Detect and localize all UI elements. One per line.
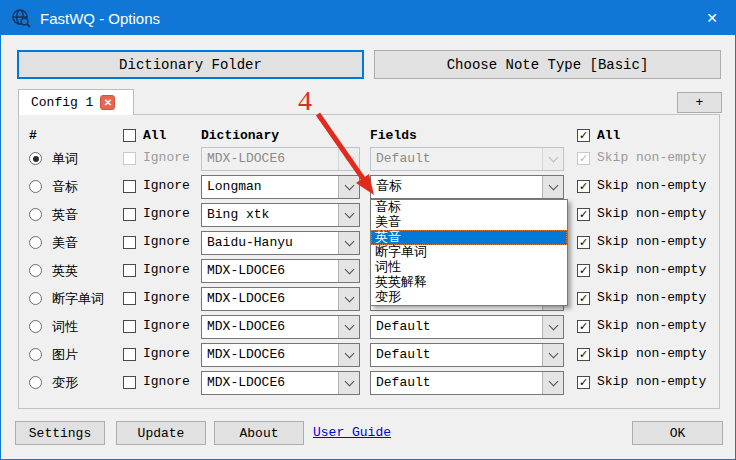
chevron-down-icon	[338, 232, 359, 254]
dropdown-item[interactable]: 断字单词	[371, 245, 567, 260]
dictionary-select[interactable]: MDX-LDOCE6	[201, 371, 360, 395]
add-config-button[interactable]: +	[677, 92, 722, 113]
radio-row-1[interactable]	[29, 152, 42, 165]
fields-select[interactable]: Default	[370, 315, 564, 339]
tab-label: Config 1	[31, 95, 93, 110]
col-header-dictionary: Dictionary	[201, 128, 279, 143]
table-row: 词性 Ignore MDX-LDOCE6 Default Skip non-em…	[19, 315, 719, 339]
skip-label: Skip non-empty	[597, 374, 706, 389]
tab-config-1[interactable]: Config 1 ✕	[18, 89, 134, 115]
ignore-label: Ignore	[143, 290, 190, 305]
ignore-label: Ignore	[143, 346, 190, 361]
radio-row-8[interactable]	[29, 348, 42, 361]
fields-select[interactable]: Default	[370, 371, 564, 395]
dropdown-item[interactable]: 英英解释	[371, 275, 567, 290]
ok-button[interactable]: OK	[632, 421, 723, 445]
row-label: 词性	[52, 318, 78, 336]
ignore-checkbox[interactable]	[123, 208, 136, 221]
settings-button[interactable]: Settings	[15, 421, 105, 445]
skip-checkbox[interactable]	[577, 236, 590, 249]
skip-checkbox[interactable]	[577, 264, 590, 277]
user-guide-link[interactable]: User Guide	[313, 425, 391, 440]
row-label: 单词	[52, 150, 78, 168]
fields-select-open[interactable]: 音标	[370, 175, 564, 199]
radio-row-2[interactable]	[29, 180, 42, 193]
chevron-down-icon	[338, 260, 359, 282]
ignore-checkbox[interactable]	[123, 348, 136, 361]
radio-row-9[interactable]	[29, 376, 42, 389]
chevron-down-icon	[542, 316, 563, 338]
close-icon[interactable]: ✕	[689, 1, 735, 35]
window-title: FastWQ - Options	[40, 10, 160, 27]
table-row: 美音 Ignore Baidu-Hanyu Skip non-empty	[19, 231, 719, 255]
skip-label: Skip non-empty	[597, 262, 706, 277]
ignore-label: Ignore	[143, 262, 190, 277]
skip-label: Skip non-empty	[597, 318, 706, 333]
radio-row-3[interactable]	[29, 208, 42, 221]
skip-label: Skip non-empty	[597, 346, 706, 361]
table-row: 图片 Ignore MDX-LDOCE6 Default Skip non-em…	[19, 343, 719, 367]
choose-note-type-button[interactable]: Choose Note Type [Basic]	[374, 50, 721, 79]
dictionary-select[interactable]: MDX-LDOCE6	[201, 315, 360, 339]
skip-checkbox	[577, 152, 590, 165]
table-row: 变形 Ignore MDX-LDOCE6 Default Skip non-em…	[19, 371, 719, 395]
skip-all-checkbox[interactable]	[577, 129, 590, 142]
skip-checkbox[interactable]	[577, 376, 590, 389]
ignore-checkbox[interactable]	[123, 180, 136, 193]
table-row: 英音 Ignore Bing xtk Skip non-empty	[19, 203, 719, 227]
col-header-all-right: All	[597, 128, 620, 143]
ignore-label: Ignore	[143, 318, 190, 333]
dictionary-select[interactable]: Longman	[201, 175, 360, 199]
ignore-checkbox[interactable]	[123, 376, 136, 389]
radio-row-4[interactable]	[29, 236, 42, 249]
radio-row-6[interactable]	[29, 292, 42, 305]
ignore-checkbox[interactable]	[123, 236, 136, 249]
ignore-label: Ignore	[143, 150, 190, 165]
tab-close-icon[interactable]: ✕	[100, 95, 115, 110]
dictionary-select[interactable]: Baidu-Hanyu	[201, 231, 360, 255]
skip-label: Skip non-empty	[597, 234, 706, 249]
skip-checkbox[interactable]	[577, 208, 590, 221]
fields-select[interactable]: Default	[370, 343, 564, 367]
chevron-down-icon	[338, 316, 359, 338]
dictionary-select[interactable]: Bing xtk	[201, 203, 360, 227]
ignore-label: Ignore	[143, 234, 190, 249]
row-label: 美音	[52, 234, 78, 252]
update-button[interactable]: Update	[116, 421, 206, 445]
skip-label: Skip non-empty	[597, 206, 706, 221]
dictionary-select[interactable]: MDX-LDOCE6	[201, 287, 360, 311]
dropdown-item[interactable]: 词性	[371, 260, 567, 275]
dictionary-folder-button[interactable]: Dictionary Folder	[17, 50, 364, 79]
dropdown-item[interactable]: 美音	[371, 215, 567, 230]
ignore-checkbox[interactable]	[123, 292, 136, 305]
ignore-label: Ignore	[143, 178, 190, 193]
ignore-checkbox[interactable]	[123, 320, 136, 333]
skip-checkbox[interactable]	[577, 348, 590, 361]
dropdown-item[interactable]: 变形	[371, 290, 567, 305]
ignore-label: Ignore	[143, 374, 190, 389]
ignore-all-checkbox[interactable]	[123, 129, 136, 142]
about-button[interactable]: About	[214, 421, 304, 445]
skip-checkbox[interactable]	[577, 180, 590, 193]
dropdown-item-selected[interactable]: 英音	[371, 230, 567, 245]
chevron-down-icon	[338, 148, 359, 170]
skip-checkbox[interactable]	[577, 320, 590, 333]
skip-label: Skip non-empty	[597, 178, 706, 193]
options-window: FastWQ - Options ✕ Dictionary Folder Cho…	[0, 0, 736, 460]
dictionary-select[interactable]: MDX-LDOCE6	[201, 259, 360, 283]
dropdown-item[interactable]: 音标	[371, 200, 567, 215]
col-header-fields: Fields	[370, 128, 417, 143]
chevron-down-icon	[542, 148, 563, 170]
chevron-down-icon	[542, 176, 563, 198]
title-bar[interactable]: FastWQ - Options ✕	[1, 1, 735, 35]
row-label: 断字单词	[52, 290, 104, 308]
row-label: 图片	[52, 346, 78, 364]
ignore-checkbox[interactable]	[123, 264, 136, 277]
dictionary-select[interactable]: MDX-LDOCE6	[201, 343, 360, 367]
skip-checkbox[interactable]	[577, 292, 590, 305]
radio-row-7[interactable]	[29, 320, 42, 333]
annotation-step-number: 4	[298, 85, 328, 117]
radio-row-5[interactable]	[29, 264, 42, 277]
row-label: 英音	[52, 206, 78, 224]
ignore-label: Ignore	[143, 206, 190, 221]
